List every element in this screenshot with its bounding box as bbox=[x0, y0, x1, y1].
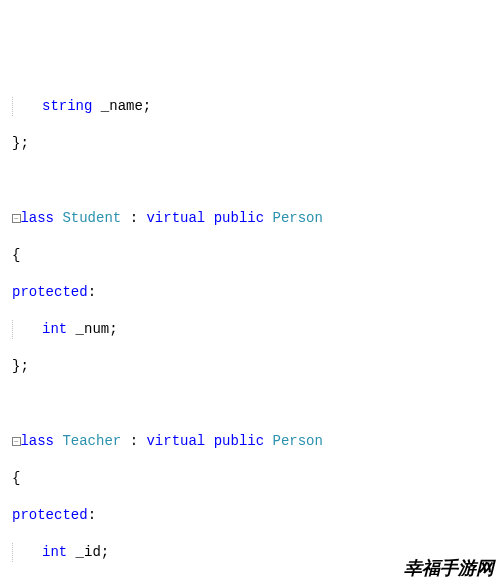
code-block: string _name; }; class Student : virtual… bbox=[0, 74, 500, 582]
code-line: protected: bbox=[12, 506, 500, 525]
code-line: { bbox=[12, 469, 500, 488]
keyword-int: int bbox=[42, 321, 67, 337]
space bbox=[205, 433, 213, 449]
type-teacher: Teacher bbox=[54, 433, 121, 449]
keyword-public: public bbox=[214, 210, 264, 226]
keyword-int: int bbox=[42, 544, 67, 560]
member-id: _id; bbox=[67, 544, 109, 560]
brace-close: }; bbox=[12, 135, 29, 151]
watermark-text: 幸福手游网 bbox=[404, 559, 494, 578]
space bbox=[205, 210, 213, 226]
keyword-virtual: virtual bbox=[146, 433, 205, 449]
type-person: Person bbox=[264, 210, 323, 226]
brace-open: { bbox=[12, 247, 20, 263]
keyword-public: public bbox=[214, 433, 264, 449]
brace-open: { bbox=[12, 470, 20, 486]
code-line: string _name; bbox=[12, 97, 500, 116]
colon: : bbox=[88, 284, 96, 300]
fold-icon[interactable] bbox=[12, 437, 21, 446]
member-num: _num; bbox=[67, 321, 117, 337]
keyword-protected: protected bbox=[12, 507, 88, 523]
punct: : bbox=[121, 433, 146, 449]
punct: : bbox=[121, 210, 146, 226]
colon: : bbox=[88, 507, 96, 523]
keyword-virtual: virtual bbox=[146, 210, 205, 226]
type-person: Person bbox=[264, 433, 323, 449]
keyword-protected: protected bbox=[12, 284, 88, 300]
code-line: class Student : virtual public Person bbox=[12, 209, 500, 228]
type-student: Student bbox=[54, 210, 121, 226]
code-line: }; bbox=[12, 134, 500, 153]
code-line: int _num; bbox=[12, 320, 500, 339]
member-name: _name; bbox=[92, 98, 151, 114]
fold-icon[interactable] bbox=[12, 214, 21, 223]
blank-line bbox=[12, 171, 500, 190]
code-line: protected: bbox=[12, 283, 500, 302]
blank-line bbox=[12, 394, 500, 413]
code-line: class Teacher : virtual public Person bbox=[12, 432, 500, 451]
brace-close: }; bbox=[12, 358, 29, 374]
code-line: { bbox=[12, 246, 500, 265]
keyword-string: string bbox=[42, 98, 92, 114]
code-line: }; bbox=[12, 357, 500, 376]
